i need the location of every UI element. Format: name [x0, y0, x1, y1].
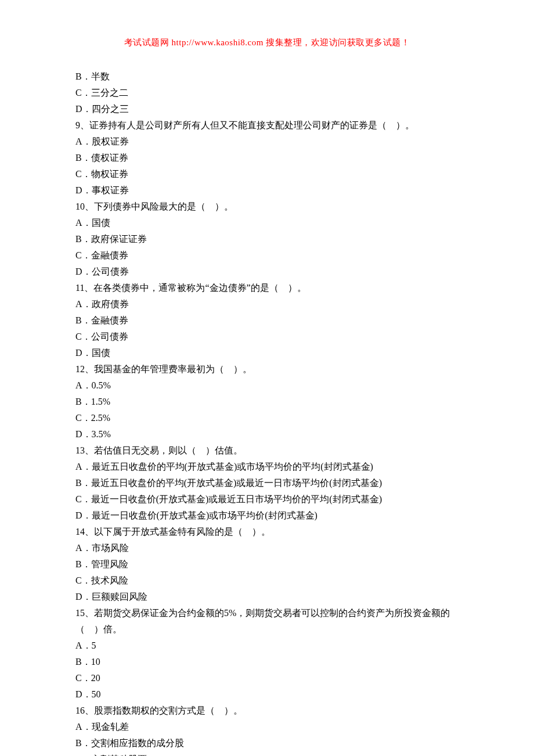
text-line: A．最近五日收盘价的平均(开放式基金)或市场平均价的平均(封闭式基金)	[75, 459, 459, 475]
text-line: 14、以下属于开放式基金特有风险的是（ ）。	[75, 524, 459, 540]
text-line: D．四分之三	[75, 101, 459, 117]
text-line: 13、若估值日无交易，则以（ ）估值。	[75, 442, 459, 459]
text-line: D．3.5%	[75, 426, 459, 442]
text-line: D．最近一日收盘价(开放式基金)或市场平均价(封闭式基金)	[75, 507, 459, 524]
text-line: B．政府保证证券	[75, 231, 459, 247]
text-line: C．20	[75, 670, 459, 686]
text-line: B．半数	[75, 69, 459, 85]
document-body: B．半数 C．三分之二 D．四分之三 9、证券持有人是公司财产所有人但又不能直接…	[75, 69, 459, 756]
text-line: C．交割某种股票	[75, 751, 459, 756]
text-line: D．国债	[75, 345, 459, 361]
text-line: D．事权证券	[75, 182, 459, 199]
text-line: 10、下列债券中风险最大的是（ ）。	[75, 199, 459, 215]
text-line: 11、在各类债券中，通常被称为“金边债券”的是（ ）。	[75, 280, 459, 296]
text-line: A．股权证券	[75, 134, 459, 150]
text-line: C．公司债券	[75, 329, 459, 345]
text-line: B．金融债券	[75, 312, 459, 329]
text-line: B．1.5%	[75, 394, 459, 410]
text-line: C．金融债券	[75, 247, 459, 264]
text-line: C．技术风险	[75, 573, 459, 589]
text-line: D．公司债券	[75, 264, 459, 280]
text-line: A．0.5%	[75, 377, 459, 394]
text-line: A．现金轧差	[75, 719, 459, 735]
text-line: C．最近一日收盘价(开放式基金)或最近五日市场平均价的平均(封闭式基金)	[75, 491, 459, 507]
text-line: B．管理风险	[75, 556, 459, 573]
text-line: B．债权证券	[75, 150, 459, 166]
text-line: A．市场风险	[75, 540, 459, 556]
text-line: D．50	[75, 686, 459, 703]
text-line: C．2.5%	[75, 410, 459, 426]
page-header: 考试试题网 http://www.kaoshi8.com 搜集整理，欢迎访问获取…	[75, 35, 459, 50]
text-line: B．10	[75, 654, 459, 670]
text-line: A．国债	[75, 215, 459, 231]
text-line: D．巨额赎回风险	[75, 589, 459, 605]
text-line: 12、我国基金的年管理费率最初为（ ）。	[75, 361, 459, 377]
text-line: A．5	[75, 638, 459, 654]
text-line: C．物权证券	[75, 166, 459, 182]
text-line: 16、股票指数期权的交割方式是（ ）。	[75, 703, 459, 719]
document-page: 考试试题网 http://www.kaoshi8.com 搜集整理，欢迎访问获取…	[0, 0, 534, 756]
text-line: C．三分之二	[75, 85, 459, 101]
text-line: 9、证券持有人是公司财产所有人但又不能直接支配处理公司财产的证券是（ ）。	[75, 117, 459, 134]
text-line: B．交割相应指数的成分股	[75, 735, 459, 751]
text-line: 15、若期货交易保证金为合约金额的5%，则期货交易者可以控制的合约资产为所投资金…	[75, 605, 459, 638]
text-line: A．政府债券	[75, 296, 459, 312]
text-line: B．最近五日收盘价的平均(开放式基金)或最近一日市场平均价(封闭式基金)	[75, 475, 459, 491]
